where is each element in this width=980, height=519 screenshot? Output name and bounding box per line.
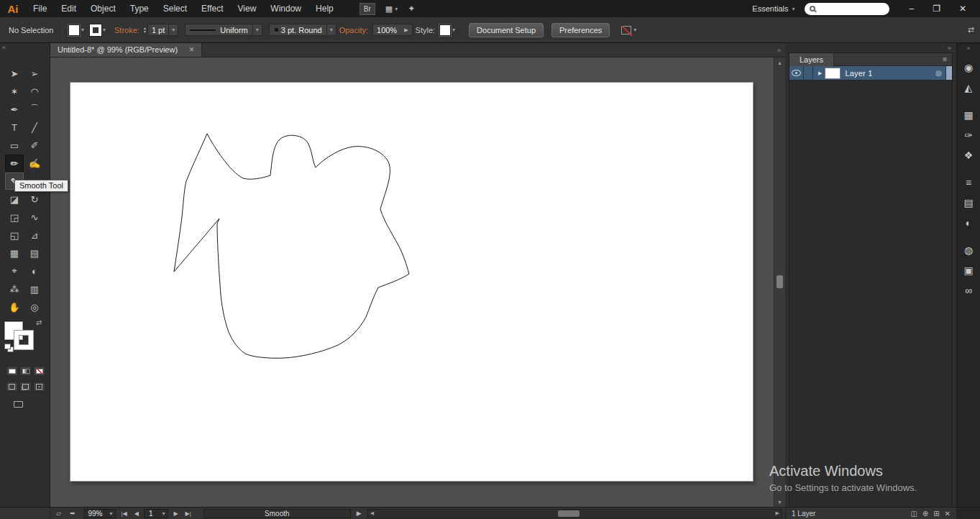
- publish-icon[interactable]: ➥: [67, 510, 78, 517]
- style-swatch[interactable]: ▾: [439, 24, 455, 36]
- first-artboard-button[interactable]: |◀: [119, 510, 129, 517]
- draw-behind-button[interactable]: [19, 382, 32, 392]
- vertical-scroll-thumb[interactable]: [777, 275, 783, 288]
- layers-panel-menu-icon[interactable]: ≡: [940, 55, 949, 63]
- swatches-panel-icon[interactable]: ▦: [959, 106, 978, 124]
- default-fill-stroke-icon[interactable]: [4, 344, 11, 349]
- type-tool[interactable]: T: [5, 119, 24, 136]
- width-profile-dropdown[interactable]: Uniform ▾: [185, 24, 262, 36]
- gradient-button[interactable]: [19, 366, 32, 376]
- expand-panels-icon[interactable]: «: [957, 43, 980, 56]
- zoom-control[interactable]: 99% ▾: [83, 509, 116, 518]
- color-button[interactable]: [6, 366, 18, 376]
- stroke-color-indicator[interactable]: [14, 331, 33, 349]
- collapse-tools-icon[interactable]: «: [2, 44, 6, 51]
- visibility-toggle[interactable]: [789, 66, 804, 80]
- appearance-panel-icon[interactable]: ◍: [959, 241, 978, 259]
- curvature-tool[interactable]: ⌒: [25, 101, 44, 118]
- menu-window[interactable]: Window: [263, 4, 308, 14]
- document-tab[interactable]: Untitled-8* @ 99% (RGB/Preview) ×: [50, 42, 202, 57]
- layer-target-icon[interactable]: ◎: [935, 69, 942, 77]
- menu-help[interactable]: Help: [308, 4, 341, 14]
- stroke-link[interactable]: Stroke:: [114, 26, 139, 35]
- stepper-down-icon[interactable]: ▾: [144, 30, 146, 34]
- collapse-dock-icon[interactable]: »: [948, 45, 951, 52]
- menu-object[interactable]: Object: [83, 4, 123, 14]
- opacity-field[interactable]: 100% ▶: [372, 24, 413, 36]
- new-layer-button[interactable]: ⊞: [933, 510, 939, 518]
- search-input[interactable]: [819, 4, 884, 13]
- layers-panel-tab[interactable]: Layers: [789, 53, 834, 66]
- gradient-tool[interactable]: ▤: [25, 244, 44, 262]
- make-clipping-mask-button[interactable]: ◫: [910, 510, 917, 518]
- arrange-documents-button[interactable]: ▦ ▾: [385, 4, 398, 14]
- next-artboard-button[interactable]: ▶: [171, 510, 180, 517]
- chevron-down-icon[interactable]: ▾: [326, 24, 336, 35]
- artboard-number-field[interactable]: 1 ▾: [144, 509, 169, 518]
- delete-layer-button[interactable]: ✕: [945, 510, 951, 518]
- shape-builder-tool[interactable]: ◱: [5, 226, 24, 244]
- menu-effect[interactable]: Effect: [194, 4, 230, 14]
- width-tool[interactable]: ∿: [25, 208, 44, 226]
- color-panel-icon[interactable]: ◉: [959, 58, 978, 76]
- canvas-viewport[interactable]: ▲ ▼: [50, 58, 785, 507]
- pen-tool[interactable]: ✒: [5, 101, 24, 118]
- swap-fill-stroke-icon[interactable]: ⇄: [36, 318, 42, 326]
- search-box[interactable]: [805, 3, 889, 15]
- menu-type[interactable]: Type: [123, 4, 156, 14]
- workspace-switcher[interactable]: Essentials ▾: [752, 4, 794, 13]
- brushes-panel-icon[interactable]: ✑: [959, 126, 978, 144]
- status-flyout-icon[interactable]: ▶: [354, 510, 365, 517]
- menu-edit[interactable]: Edit: [54, 4, 83, 14]
- cs-live-icon[interactable]: ✦: [408, 4, 415, 14]
- column-graph-tool[interactable]: ▥: [25, 280, 44, 298]
- scroll-left-icon[interactable]: ◀: [368, 510, 376, 516]
- document-setup-button[interactable]: Document Setup: [469, 23, 544, 37]
- graphic-styles-panel-icon[interactable]: ▣: [959, 261, 978, 279]
- magic-wand-tool[interactable]: ✶: [5, 83, 24, 100]
- eraser-tool[interactable]: ◪: [5, 190, 24, 208]
- layer-row[interactable]: ▶ Layer 1 ◎: [789, 66, 952, 81]
- tab-overflow-icon[interactable]: »: [777, 47, 785, 57]
- opacity-link[interactable]: Opacity:: [339, 26, 368, 35]
- links-panel-icon[interactable]: ∞: [959, 281, 978, 299]
- chevron-down-icon[interactable]: ▾: [168, 24, 178, 35]
- brush-definition-dropdown[interactable]: 3 pt. Round ▾: [269, 24, 336, 36]
- hand-tool[interactable]: ✋: [5, 298, 24, 316]
- direct-selection-tool[interactable]: ➢: [25, 65, 44, 82]
- lock-toggle[interactable]: [804, 66, 813, 80]
- stroke-weight-stepper[interactable]: ▴ ▾: [144, 27, 146, 34]
- horizontal-scrollbar[interactable]: ◀ ▶: [367, 509, 782, 518]
- none-button[interactable]: [33, 366, 45, 376]
- symbols-panel-icon[interactable]: ❖: [959, 146, 978, 164]
- stroke-color-swatch[interactable]: ▾: [90, 24, 106, 36]
- pencil-tool[interactable]: ✏: [5, 155, 24, 172]
- mesh-tool[interactable]: ▦: [5, 244, 24, 262]
- paintbrush-tool[interactable]: ✐: [25, 137, 44, 154]
- gradient-panel-icon[interactable]: ▤: [959, 193, 978, 211]
- zoom-tool[interactable]: ◎: [25, 298, 44, 316]
- stroke-weight-field[interactable]: 1 pt ▾: [147, 24, 178, 36]
- last-artboard-button[interactable]: ▶|: [183, 510, 193, 517]
- menu-file[interactable]: File: [26, 4, 54, 14]
- fill-color-swatch[interactable]: ▾: [68, 24, 84, 36]
- draw-normal-button[interactable]: [6, 382, 18, 392]
- transparency-panel-icon[interactable]: ◐: [959, 213, 978, 231]
- flyout-arrow-icon[interactable]: ▶: [400, 27, 411, 33]
- rotate-tool[interactable]: ↻: [25, 190, 44, 208]
- stroke-panel-icon[interactable]: ≡: [959, 173, 978, 191]
- line-segment-tool[interactable]: ╱: [25, 119, 44, 136]
- chevron-down-icon[interactable]: ▾: [252, 24, 262, 35]
- rectangle-tool[interactable]: ▭: [5, 137, 24, 154]
- close-button[interactable]: ✕: [950, 0, 976, 17]
- previous-artboard-button[interactable]: ◀: [132, 510, 141, 517]
- eyedropper-tool[interactable]: ⌖: [5, 262, 24, 280]
- horizontal-scroll-thumb[interactable]: [558, 510, 580, 517]
- tab-close-icon[interactable]: ×: [189, 45, 194, 55]
- minimize-button[interactable]: –: [899, 0, 923, 17]
- scale-tool[interactable]: ◲: [5, 208, 24, 226]
- selection-tool[interactable]: ➤: [5, 65, 24, 82]
- new-sublayer-button[interactable]: ⊕: [922, 510, 928, 518]
- screen-mode-button[interactable]: [6, 399, 30, 410]
- chevron-down-icon[interactable]: ▾: [158, 510, 168, 518]
